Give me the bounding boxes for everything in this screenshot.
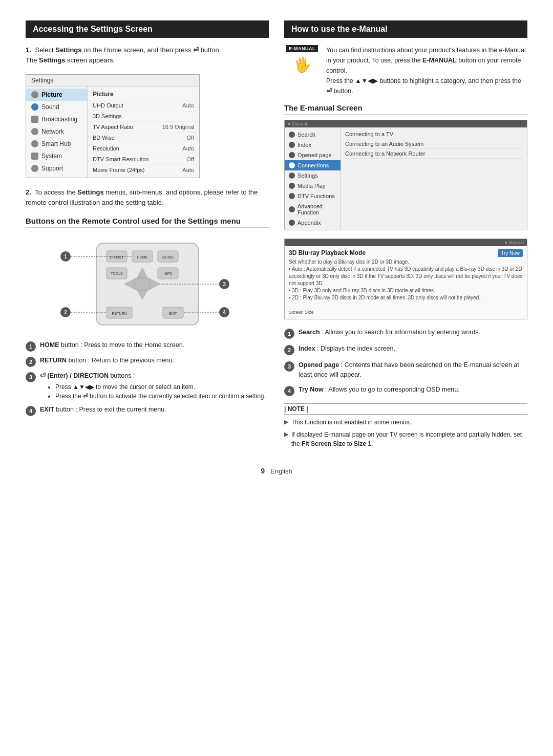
svg-text:4: 4 <box>223 310 226 315</box>
settings-menu-picture[interactable]: Picture <box>26 89 87 101</box>
note-header: | NOTE | <box>284 403 527 415</box>
emanual-icon-box: E-MANUAL 🖐 <box>284 45 320 96</box>
emanual-nav-dtv[interactable]: DTV Functions <box>285 191 341 201</box>
note-arrow-1: ▶ <box>284 419 288 425</box>
page-footer: 9 English <box>26 467 527 475</box>
svg-text:RETURN: RETURN <box>112 312 126 315</box>
step1-text2: The Settings screen appears. <box>26 55 269 66</box>
left-column: Accessing the Settings Screen 1. Select … <box>26 20 269 451</box>
connections-nav-icon <box>289 162 295 168</box>
note-arrow-2: ▶ <box>284 431 288 438</box>
settings-right-panel: Picture UHD OutputAuto 3D Settings TV As… <box>88 87 199 178</box>
opened-nav-icon <box>289 152 295 158</box>
settings-menu-support[interactable]: Support <box>26 162 87 175</box>
emanual-right-links: Connecting to a TV Connecting to an Audi… <box>341 127 527 230</box>
settings-row-aspect: TV Aspect Ratio16:9 Original <box>88 122 199 133</box>
try-now-button-mock[interactable]: Try Now <box>498 249 523 257</box>
svg-text:HOME: HOME <box>137 255 147 259</box>
page-language: English <box>270 467 292 475</box>
support-icon <box>31 165 38 172</box>
emanual-link-network[interactable]: Connecting to a Network Router <box>345 149 523 159</box>
button-desc-1: 1 HOME button : Press to move to the Hom… <box>26 340 269 352</box>
emanual-left-nav: Search Index Opened page Connections <box>285 127 341 230</box>
desc-3-text: Opened page : Contents that have been se… <box>299 360 527 380</box>
emanual-nav-mediaplay[interactable]: Media Play <box>285 181 341 191</box>
emanual-content-screen: ● Manual 3D Blu-ray Playback Mode Try No… <box>284 239 527 319</box>
emanual-link-audio[interactable]: Connecting to an Audio System <box>345 139 523 149</box>
right-column: How to use the e-Manual E-MANUAL 🖐 You c… <box>284 20 527 451</box>
bullet-2: Press the ⏎ button to activate the curre… <box>55 392 266 401</box>
note-section: | NOTE | ▶ This function is not enabled … <box>284 403 527 448</box>
settings-menu-system[interactable]: System <box>26 150 87 162</box>
svg-text:1: 1 <box>64 254 67 260</box>
remote-svg: CH LIST HOME GUIDE TOOLS INFO <box>50 233 245 335</box>
emanual-nav-connections[interactable]: Connections <box>285 160 341 170</box>
note-2: ▶ If displayed E-manual page on your TV … <box>284 430 527 448</box>
settings-menu-sound[interactable]: Sound <box>26 101 87 113</box>
button-desc-3-content: ⏎ (Enter) / DIRECTION buttons : Press ▲▼… <box>40 371 266 401</box>
emanual-nav-search[interactable]: Search <box>285 129 341 140</box>
desc-2-text: Index : Displays the index screen. <box>299 344 395 354</box>
circle-2: 2 <box>26 357 36 367</box>
desc-list: 1 Search : Allows you to search for info… <box>284 328 527 396</box>
emanual-nav-advanced[interactable]: Advanced Function <box>285 201 341 218</box>
note-1-text: This function is not enabled in some men… <box>291 418 411 427</box>
desc-1-text: Search : Allows you to search for inform… <box>299 328 480 337</box>
settings-screen-mock: Settings Picture Sound Broadcasting <box>26 74 200 178</box>
step1-num: 1. <box>26 46 31 54</box>
desc-item-1: 1 Search : Allows you to search for info… <box>284 328 527 339</box>
emanual-nav-settings[interactable]: Settings <box>285 170 341 181</box>
desc-circle-1: 1 <box>284 329 294 339</box>
screen-size-label: Screen Size <box>289 310 314 315</box>
circle-1: 1 <box>26 341 36 352</box>
button-desc-1-text: HOME button : Press to move to the Home … <box>40 340 184 350</box>
emanual-nav-appendix[interactable]: Appendix <box>285 218 341 228</box>
settings-row-dtv: DTV Smart ResolutionOff <box>88 154 199 165</box>
button-desc-4-text: EXIT button : Press to exit the current … <box>40 405 166 415</box>
button-desc-2-text: RETURN button : Return to the previous m… <box>40 356 174 365</box>
emanual-screen-top-mock: ● Manual Search Index Opened page <box>284 120 527 230</box>
broadcasting-icon <box>31 116 38 123</box>
emanual-screen-heading: The E-manual Screen <box>284 103 527 115</box>
settings-menu-smarthub[interactable]: Smart Hub <box>26 138 87 150</box>
buttons-heading: Buttons on the Remote Control used for t… <box>26 217 269 228</box>
left-section-title: Accessing the Settings Screen <box>26 20 269 38</box>
page-layout: Accessing the Settings Screen 1. Select … <box>26 20 527 451</box>
svg-text:INFO: INFO <box>163 272 172 275</box>
button-desc-4: 4 EXIT button : Press to exit the curren… <box>26 405 269 416</box>
advanced-nav-icon <box>289 206 295 212</box>
note-1: ▶ This function is not enabled in some m… <box>284 418 527 427</box>
button-descriptions: 1 HOME button : Press to move to the Hom… <box>26 340 269 416</box>
desc-item-2: 2 Index : Displays the index screen. <box>284 344 527 355</box>
system-icon <box>31 153 38 160</box>
search-nav-icon <box>289 132 295 138</box>
settings-menu-broadcasting[interactable]: Broadcasting <box>26 113 87 125</box>
svg-text:TOOLS: TOOLS <box>111 272 123 275</box>
emanual-nav-index[interactable]: Index <box>285 140 341 150</box>
appendix-nav-icon <box>289 220 295 226</box>
settings-menu-network[interactable]: Network <box>26 125 87 138</box>
remote-diagram: CH LIST HOME GUIDE TOOLS INFO <box>26 233 269 335</box>
smarthub-icon <box>31 140 38 147</box>
settings-panel-title: Picture <box>88 89 199 100</box>
desc-item-3: 3 Opened page : Contents that have been … <box>284 360 527 380</box>
settings-title-bar: Settings <box>26 75 199 87</box>
page-number: 9 <box>261 467 265 475</box>
emanual-screen-label: ● Manual <box>288 121 307 126</box>
svg-text:CH LIST: CH LIST <box>110 255 124 259</box>
settings-row-uhd: UHD OutputAuto <box>88 100 199 111</box>
emanual-screen-top: Search Index Opened page Connections <box>285 127 527 230</box>
dtv-nav-icon <box>289 193 295 199</box>
index-nav-icon <box>289 142 295 148</box>
emanual-content-title: 3D Blu-ray Playback Mode <box>289 249 366 256</box>
emanual-content-text: Set whether to play a Blu-ray disc in 2D… <box>289 258 523 316</box>
step2-text: To access the Settings menus, sub-menus,… <box>26 188 258 206</box>
emanual-nav-opened[interactable]: Opened page <box>285 150 341 160</box>
bullet-1: Press ▲▼◀▶ to move the cursor or select … <box>55 382 266 392</box>
step-1: 1. Select Settings on the Home screen, a… <box>26 45 269 65</box>
emanual-intro: E-MANUAL 🖐 You can find instructions abo… <box>284 45 527 96</box>
emanual-badge: E-MANUAL <box>286 45 318 52</box>
step2-num: 2. <box>26 188 31 196</box>
emanual-link-tv[interactable]: Connecting to a TV <box>345 129 523 139</box>
settings-nav-icon <box>289 172 295 179</box>
